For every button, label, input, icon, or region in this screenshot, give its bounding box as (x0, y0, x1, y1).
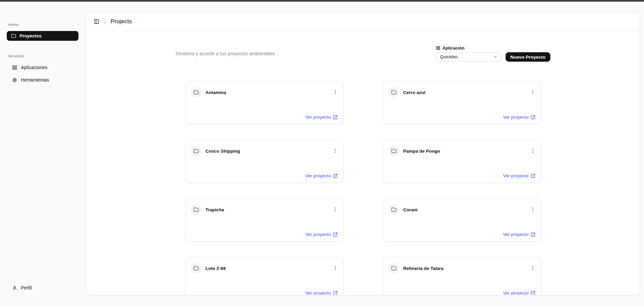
view-project-label: Ver proyecto (503, 115, 528, 120)
folder-chip (191, 204, 201, 215)
sidebar-item-perfil[interactable]: Perfil (7, 282, 78, 293)
sidebar-item-proyectos[interactable]: Proyectos (7, 31, 78, 41)
project-title: Cerro azul (403, 90, 425, 95)
view-project-link[interactable]: Ver proyecto (305, 115, 337, 120)
more-options-icon[interactable] (332, 265, 338, 271)
sidebar-item-label: Herramientas (21, 77, 49, 83)
project-card-header: Refinería de Talara (383, 257, 541, 279)
project-card: Refinería de Talara Ver proyecto (383, 257, 541, 295)
folder-icon (193, 207, 199, 212)
project-title: Pampa de Pongo (403, 149, 440, 154)
external-link-icon (530, 232, 535, 237)
sidebar-section-servicios: Servicios (8, 54, 24, 58)
application-select-value: Quickbio (440, 54, 458, 59)
more-options-icon[interactable] (530, 265, 536, 271)
sidebar: Home Proyectos Servicios Aplicaciones He… (0, 2, 86, 306)
folder-chip (191, 146, 201, 156)
more-options-icon[interactable] (332, 206, 338, 212)
view-project-label: Ver proyecto (503, 290, 528, 295)
project-card: Cerro azul Ver proyecto (383, 81, 541, 124)
application-control: Aplicación Quickbio Nuevo Proyecto (436, 45, 550, 62)
more-options-icon[interactable] (332, 148, 338, 154)
application-label-row: Aplicación (436, 45, 550, 51)
project-card: Trapiche Ver proyecto (185, 198, 343, 242)
more-options-icon[interactable] (332, 89, 338, 95)
view-project-link[interactable]: Ver proyecto (503, 173, 535, 178)
project-card: Pampa de Pongo Ver proyecto (383, 140, 541, 183)
grid-icon (12, 65, 17, 70)
panel-header: Projects (86, 13, 640, 31)
folder-icon (193, 266, 199, 271)
folder-icon (391, 90, 396, 95)
folder-icon (193, 148, 199, 154)
folder-chip (388, 263, 399, 274)
more-options-icon[interactable] (530, 148, 536, 154)
application-label: Aplicación (442, 45, 464, 51)
sidebar-item-label: Perfil (21, 285, 32, 290)
folder-chip (388, 204, 399, 215)
project-card: Lote Z-69 Ver proyecto (185, 257, 343, 295)
page-subtitle: Gestiona y accede a tus proyectos ambien… (176, 51, 275, 56)
external-link-icon (333, 232, 337, 237)
main-panel: Projects Gestiona y accede a tus proyect… (86, 12, 640, 295)
user-icon (12, 285, 17, 290)
project-card: Antamina Ver proyecto (185, 81, 343, 124)
application-row: Quickbio Nuevo Proyecto (436, 52, 550, 62)
view-project-label: Ver proyecto (305, 290, 331, 295)
view-project-label: Ver proyecto (503, 173, 528, 178)
projects-grid: Antamina Ver proyecto Cerro azul Ver pro… (185, 81, 541, 295)
view-project-link[interactable]: Ver proyecto (305, 290, 337, 295)
view-project-label: Ver proyecto (305, 173, 331, 178)
external-link-icon (530, 291, 535, 296)
project-card: Corani Ver proyecto (383, 198, 541, 242)
project-title: Corani (403, 207, 418, 212)
view-project-link[interactable]: Ver proyecto (305, 232, 337, 237)
folder-icon (193, 90, 199, 95)
project-card-header: Pampa de Pongo (383, 140, 541, 162)
folder-icon (391, 207, 396, 212)
project-card-header: Trapiche (185, 199, 343, 220)
project-title: Cosco Shipping (205, 149, 240, 154)
folder-chip (388, 87, 399, 98)
folder-chip (388, 146, 399, 156)
folder-chip (191, 87, 201, 98)
project-title: Antamina (205, 90, 226, 95)
sidebar-item-herramientas[interactable]: Herramientas (7, 74, 78, 85)
view-project-link[interactable]: Ver proyecto (503, 115, 535, 120)
external-link-icon (333, 291, 337, 296)
view-project-label: Ver proyecto (305, 232, 331, 237)
project-card-header: Lote Z-69 (185, 257, 343, 279)
sidebar-item-aplicaciones[interactable]: Aplicaciones (7, 62, 78, 73)
header-separator (105, 19, 105, 25)
view-project-link[interactable]: Ver proyecto (305, 173, 337, 178)
external-link-icon (333, 115, 337, 120)
folder-icon (11, 33, 16, 38)
project-title: Trapiche (205, 207, 224, 212)
toolbar: Gestiona y accede a tus proyectos ambien… (176, 46, 550, 61)
page-title: Projects (111, 18, 132, 25)
chevron-down-icon (493, 55, 497, 59)
folder-icon (391, 266, 396, 271)
project-card-header: Cosco Shipping (185, 140, 343, 162)
external-link-icon (530, 174, 535, 178)
more-options-icon[interactable] (530, 89, 536, 95)
application-select[interactable]: Quickbio (436, 52, 502, 61)
sidebar-section-home: Home (8, 23, 19, 27)
sidebar-item-label: Aplicaciones (21, 65, 47, 70)
external-link-icon (333, 174, 337, 178)
project-card: Cosco Shipping Ver proyecto (185, 140, 343, 183)
sidebar-item-label: Proyectos (20, 33, 41, 38)
sidebar-toggle-button[interactable] (94, 19, 99, 24)
nut-icon (12, 78, 17, 83)
project-card-header: Antamina (185, 82, 343, 103)
new-project-button[interactable]: Nuevo Proyecto (506, 52, 550, 62)
grid-icon (436, 46, 440, 50)
external-link-icon (530, 115, 535, 120)
project-card-header: Corani (383, 199, 541, 220)
view-project-label: Ver proyecto (503, 232, 528, 237)
folder-chip (191, 263, 201, 274)
folder-icon (391, 148, 396, 154)
view-project-link[interactable]: Ver proyecto (503, 232, 535, 237)
more-options-icon[interactable] (530, 206, 536, 212)
view-project-link[interactable]: Ver proyecto (503, 290, 535, 295)
